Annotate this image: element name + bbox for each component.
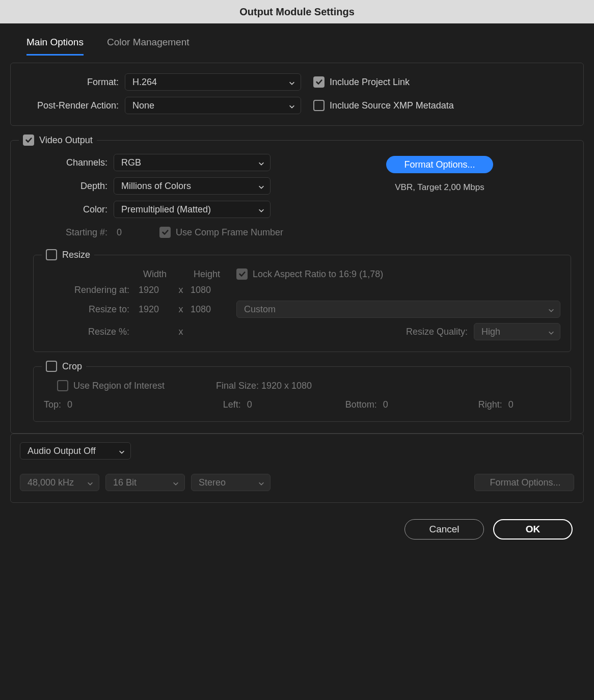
x-sep-3: x bbox=[174, 327, 187, 337]
chevron-down-icon bbox=[258, 479, 265, 486]
resize-to-width: 1920 bbox=[136, 304, 174, 315]
crop-bottom-label: Bottom: bbox=[345, 399, 377, 410]
window-titlebar: Output Module Settings bbox=[0, 0, 594, 23]
format-select-value: H.264 bbox=[132, 77, 157, 88]
include-project-link-checkbox[interactable] bbox=[313, 76, 325, 88]
format-label: Format: bbox=[22, 77, 119, 88]
color-value: Premultiplied (Matted) bbox=[121, 204, 211, 215]
chevron-down-icon bbox=[118, 447, 125, 454]
tab-bar: Main Options Color Management bbox=[10, 37, 584, 56]
include-xmp-label: Include Source XMP Metadata bbox=[330, 100, 454, 111]
resize-to-height: 1080 bbox=[187, 304, 226, 315]
format-panel: Format: H.264 Include Project Link Post-… bbox=[10, 63, 584, 126]
format-select[interactable]: H.264 bbox=[125, 73, 301, 91]
lock-aspect-label: Lock Aspect Ratio to 16:9 (1,78) bbox=[253, 269, 383, 280]
cancel-button[interactable]: Cancel bbox=[404, 519, 484, 540]
post-render-value: None bbox=[132, 100, 154, 111]
channels-value: RGB bbox=[121, 157, 141, 168]
resize-to-label: Resize to: bbox=[44, 304, 129, 315]
use-roi-label: Use Region of Interest bbox=[73, 381, 216, 391]
post-render-select[interactable]: None bbox=[125, 97, 301, 114]
depth-select[interactable]: Millions of Colors bbox=[114, 177, 271, 195]
crop-right-label: Right: bbox=[478, 399, 502, 410]
chevron-down-icon bbox=[172, 479, 179, 486]
depth-value: Millions of Colors bbox=[121, 181, 191, 192]
chevron-down-icon bbox=[548, 306, 555, 313]
audio-format-options-button: Format Options... bbox=[474, 474, 574, 491]
post-render-label: Post-Render Action: bbox=[22, 100, 119, 111]
crop-checkbox[interactable] bbox=[46, 361, 57, 372]
crop-legend: Crop bbox=[62, 361, 82, 372]
dialog-footer: Cancel OK bbox=[10, 511, 584, 540]
x-sep-2: x bbox=[174, 304, 187, 315]
video-output-checkbox[interactable] bbox=[23, 134, 34, 146]
video-format-options-button[interactable]: Format Options... bbox=[386, 156, 493, 173]
video-output-legend: Video Output bbox=[39, 135, 93, 146]
tab-main-options[interactable]: Main Options bbox=[26, 37, 84, 56]
channels-label: Channels: bbox=[21, 157, 107, 168]
chevron-down-icon bbox=[258, 206, 265, 213]
crop-bottom-value: 0 bbox=[383, 399, 388, 410]
resize-checkbox[interactable] bbox=[46, 249, 57, 260]
chevron-down-icon bbox=[258, 182, 265, 190]
use-roi-checkbox bbox=[57, 380, 68, 391]
bitrate-info: VBR, Target 2,00 Mbps bbox=[395, 182, 484, 193]
resize-quality-select: High bbox=[474, 323, 560, 340]
chevron-down-icon bbox=[288, 78, 295, 86]
crop-left-label: Left: bbox=[223, 399, 241, 410]
lock-aspect-checkbox bbox=[236, 268, 248, 280]
chevron-down-icon bbox=[87, 479, 94, 486]
use-comp-frame-checkbox bbox=[159, 227, 171, 238]
resize-panel: Resize Width Height Lock Aspect Ratio to… bbox=[33, 255, 571, 352]
tab-color-management[interactable]: Color Management bbox=[107, 37, 190, 56]
resize-percent-label: Resize %: bbox=[44, 327, 129, 337]
ok-button[interactable]: OK bbox=[493, 519, 573, 540]
audio-rate-value: 48,000 kHz bbox=[28, 477, 74, 488]
crop-right-value: 0 bbox=[508, 399, 514, 410]
chevron-down-icon bbox=[288, 102, 295, 109]
resize-preset-value: Custom bbox=[244, 304, 276, 315]
include-project-link-label: Include Project Link bbox=[330, 77, 410, 88]
audio-channels-select: Stereo bbox=[191, 474, 271, 491]
final-size-label: Final Size: 1920 x 1080 bbox=[216, 381, 312, 391]
audio-output-value: Audio Output Off bbox=[28, 446, 96, 456]
video-output-panel: Video Output Channels: RGB Depth: Millio… bbox=[10, 140, 584, 434]
audio-output-select[interactable]: Audio Output Off bbox=[20, 442, 131, 460]
starting-number-value: 0 bbox=[114, 227, 159, 238]
resize-preset-select: Custom bbox=[236, 301, 560, 318]
use-comp-frame-label: Use Comp Frame Number bbox=[176, 227, 283, 238]
audio-panel: Audio Output Off 48,000 kHz 16 Bit Stere… bbox=[10, 434, 584, 503]
chevron-down-icon bbox=[548, 328, 555, 335]
window-title: Output Module Settings bbox=[239, 6, 355, 18]
audio-format-options-label: Format Options... bbox=[490, 477, 560, 488]
width-header: Width bbox=[136, 269, 174, 280]
height-header: Height bbox=[187, 269, 226, 280]
audio-bits-value: 16 Bit bbox=[113, 477, 137, 488]
include-xmp-checkbox[interactable] bbox=[313, 100, 325, 111]
rendering-width: 1920 bbox=[136, 285, 174, 295]
rendering-at-label: Rendering at: bbox=[44, 285, 129, 295]
crop-top-value: 0 bbox=[67, 399, 72, 410]
crop-panel: Crop Use Region of Interest Final Size: … bbox=[33, 366, 571, 422]
audio-bits-select: 16 Bit bbox=[105, 474, 185, 491]
color-select[interactable]: Premultiplied (Matted) bbox=[114, 201, 271, 218]
resize-legend: Resize bbox=[62, 250, 90, 260]
audio-channels-value: Stereo bbox=[199, 477, 226, 488]
channels-select[interactable]: RGB bbox=[114, 154, 271, 171]
rendering-height: 1080 bbox=[187, 285, 226, 295]
starting-number-label: Starting #: bbox=[21, 227, 107, 238]
depth-label: Depth: bbox=[21, 181, 107, 192]
audio-rate-select: 48,000 kHz bbox=[20, 474, 99, 491]
x-sep: x bbox=[174, 285, 187, 295]
chevron-down-icon bbox=[258, 159, 265, 166]
crop-top-label: Top: bbox=[44, 399, 61, 410]
resize-quality-value: High bbox=[481, 327, 500, 337]
crop-left-value: 0 bbox=[247, 399, 252, 410]
resize-quality-label: Resize Quality: bbox=[406, 327, 468, 337]
color-label: Color: bbox=[21, 204, 107, 215]
